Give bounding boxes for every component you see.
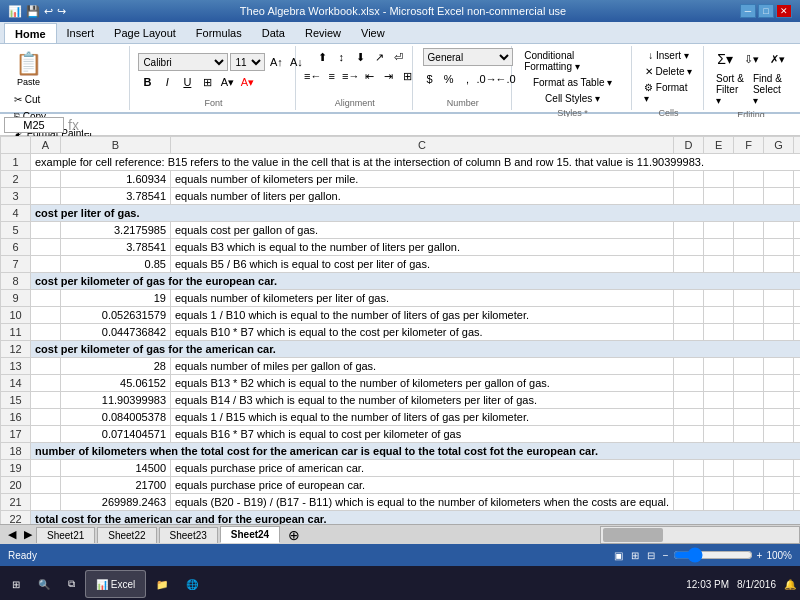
view-layout-icon[interactable]: ⊞ <box>631 550 639 561</box>
row-number-4[interactable]: 4 <box>1 205 31 222</box>
cell-styles-button[interactable]: Cell Styles ▾ <box>541 91 604 106</box>
cell-C-7[interactable]: equals B5 / B6 which is equal to cost pe… <box>171 256 674 273</box>
cell-A-11[interactable] <box>31 324 61 341</box>
cell-B-19[interactable]: 14500 <box>61 460 171 477</box>
cell-B-21[interactable]: 269989.2463 <box>61 494 171 511</box>
cell-A-19[interactable] <box>31 460 61 477</box>
row-number-17[interactable]: 17 <box>1 426 31 443</box>
cell-B-20[interactable]: 21700 <box>61 477 171 494</box>
cell-H-3[interactable] <box>794 188 800 205</box>
cell-H-13[interactable] <box>794 358 800 375</box>
file-explorer-button[interactable]: 📁 <box>148 569 176 599</box>
cell-F-13[interactable] <box>734 358 764 375</box>
align-right-button[interactable]: ≡→ <box>342 67 360 85</box>
chrome-button[interactable]: 🌐 <box>178 569 206 599</box>
wrap-text-button[interactable]: ⏎ <box>389 48 407 66</box>
excel-taskbar-button[interactable]: 📊 Excel <box>85 570 146 598</box>
cell-B-13[interactable]: 28 <box>61 358 171 375</box>
cell-H-14[interactable] <box>794 375 800 392</box>
cell-E-14[interactable] <box>704 375 734 392</box>
delete-cells-button[interactable]: ✕ Delete ▾ <box>641 64 696 79</box>
cell-A-3[interactable] <box>31 188 61 205</box>
comma-button[interactable]: , <box>459 70 477 88</box>
insert-cells-button[interactable]: ↓ Insert ▾ <box>644 48 693 63</box>
format-as-table-button[interactable]: Format as Table ▾ <box>529 75 616 90</box>
sheet-nav-prev[interactable]: ◀ <box>4 528 20 541</box>
start-button[interactable]: ⊞ <box>4 569 28 599</box>
redo-icon[interactable]: ↪ <box>57 5 66 18</box>
decrease-decimal-button[interactable]: .0→ <box>478 70 496 88</box>
row-number-10[interactable]: 10 <box>1 307 31 324</box>
decrease-indent-button[interactable]: ⇤ <box>361 67 379 85</box>
cell-D-3[interactable] <box>674 188 704 205</box>
align-left-button[interactable]: ≡← <box>304 67 322 85</box>
cell-H-19[interactable] <box>794 460 800 477</box>
cell-F-5[interactable] <box>734 222 764 239</box>
cell-A-1[interactable]: example for cell reference: B15 refers t… <box>31 154 801 171</box>
row-number-12[interactable]: 12 <box>1 341 31 358</box>
cell-G-15[interactable] <box>764 392 794 409</box>
cell-G-9[interactable] <box>764 290 794 307</box>
row-number-8[interactable]: 8 <box>1 273 31 290</box>
cell-A-17[interactable] <box>31 426 61 443</box>
bold-button[interactable]: B <box>138 73 156 91</box>
taskbar-notification[interactable]: 🔔 <box>784 579 796 590</box>
cell-D-21[interactable] <box>674 494 704 511</box>
cell-D-2[interactable] <box>674 171 704 188</box>
cell-E-17[interactable] <box>704 426 734 443</box>
cut-button[interactable]: ✂ Cut <box>10 92 97 107</box>
align-middle-button[interactable]: ↕ <box>332 48 350 66</box>
cell-D-20[interactable] <box>674 477 704 494</box>
close-button[interactable]: ✕ <box>776 4 792 18</box>
cell-B-3[interactable]: 3.78541 <box>61 188 171 205</box>
cell-E-20[interactable] <box>704 477 734 494</box>
header-cell-22[interactable]: total cost for the american car and for … <box>31 511 801 525</box>
cell-G-7[interactable] <box>764 256 794 273</box>
cell-A-14[interactable] <box>31 375 61 392</box>
cell-H-6[interactable] <box>794 239 800 256</box>
header-cell-4[interactable]: cost per liter of gas. <box>31 205 801 222</box>
undo-icon[interactable]: ↩ <box>44 5 53 18</box>
cell-D-9[interactable] <box>674 290 704 307</box>
cell-reference-input[interactable] <box>4 117 64 133</box>
cell-D-7[interactable] <box>674 256 704 273</box>
cell-C-17[interactable]: equals B16 * B7 which is equal to cost p… <box>171 426 674 443</box>
zoom-in-button[interactable]: + <box>757 550 763 561</box>
tab-data[interactable]: Data <box>252 23 295 43</box>
cell-H-10[interactable] <box>794 307 800 324</box>
cell-F-11[interactable] <box>734 324 764 341</box>
cell-B-6[interactable]: 3.78541 <box>61 239 171 256</box>
cell-B-11[interactable]: 0.044736842 <box>61 324 171 341</box>
cell-B-2[interactable]: 1.60934 <box>61 171 171 188</box>
cell-A-16[interactable] <box>31 409 61 426</box>
paste-button[interactable]: 📋 Paste <box>10 48 47 90</box>
row-number-1[interactable]: 1 <box>1 154 31 171</box>
row-number-9[interactable]: 9 <box>1 290 31 307</box>
cell-D-14[interactable] <box>674 375 704 392</box>
cell-A-2[interactable] <box>31 171 61 188</box>
cell-A-21[interactable] <box>31 494 61 511</box>
sheet-tab-sheet23[interactable]: Sheet23 <box>159 527 218 543</box>
cell-B-5[interactable]: 3.2175985 <box>61 222 171 239</box>
cell-E-13[interactable] <box>704 358 734 375</box>
cell-E-10[interactable] <box>704 307 734 324</box>
row-number-15[interactable]: 15 <box>1 392 31 409</box>
cell-B-14[interactable]: 45.06152 <box>61 375 171 392</box>
row-number-3[interactable]: 3 <box>1 188 31 205</box>
row-number-20[interactable]: 20 <box>1 477 31 494</box>
cell-H-2[interactable] <box>794 171 800 188</box>
sheet-area[interactable]: A B C D E F G H I J K L M N 1example for <box>0 136 800 524</box>
align-center-button[interactable]: ≡ <box>323 67 341 85</box>
header-cell-18[interactable]: number of kilometers when the total cost… <box>31 443 801 460</box>
cell-F-21[interactable] <box>734 494 764 511</box>
cell-B-7[interactable]: 0.85 <box>61 256 171 273</box>
cell-F-19[interactable] <box>734 460 764 477</box>
font-grow-button[interactable]: A↑ <box>267 53 285 71</box>
format-cells-button[interactable]: ⚙ Format ▾ <box>640 80 697 106</box>
cell-D-5[interactable] <box>674 222 704 239</box>
cell-C-2[interactable]: equals number of kilometers per mile. <box>171 171 674 188</box>
cell-A-7[interactable] <box>31 256 61 273</box>
increase-indent-button[interactable]: ⇥ <box>380 67 398 85</box>
cell-H-7[interactable] <box>794 256 800 273</box>
align-top-button[interactable]: ⬆ <box>313 48 331 66</box>
